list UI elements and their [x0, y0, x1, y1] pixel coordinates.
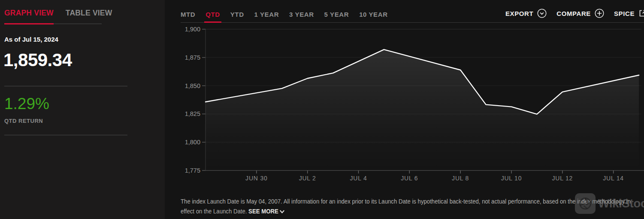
tab-table-view[interactable]: TABLE VIEW: [66, 9, 112, 24]
svg-text:1,850: 1,850: [185, 82, 200, 89]
index-performance-widget: GRAPH VIEW TABLE VIEW As of Jul 15, 2024…: [0, 0, 644, 219]
svg-text:JUL 2: JUL 2: [299, 175, 316, 182]
svg-text:1,875: 1,875: [185, 54, 200, 61]
chart-panel: MTD QTD YTD 1 YEAR 3 YEAR 5 YEAR 10 YEAR…: [165, 0, 644, 219]
svg-text:JUL 14: JUL 14: [603, 175, 624, 182]
index-level-value: 1,859.34: [3, 50, 72, 70]
svg-text:JUL 4: JUL 4: [350, 175, 367, 182]
chevron-down-icon: [279, 210, 284, 214]
svg-text:JUL 8: JUL 8: [452, 175, 469, 182]
qtd-return-value: 1.29%: [4, 95, 49, 113]
see-more-button[interactable]: SEE MORE: [248, 207, 285, 215]
svg-text:JUL 10: JUL 10: [501, 175, 522, 182]
divider: [4, 86, 127, 86]
summary-sidebar: GRAPH VIEW TABLE VIEW As of Jul 15, 2024…: [0, 0, 165, 219]
disclaimer-text: The index Launch Date is May 04, 2007. A…: [181, 196, 644, 216]
svg-text:JUL 12: JUL 12: [552, 175, 573, 182]
svg-text:JUN 30: JUN 30: [245, 175, 267, 182]
svg-text:1,900: 1,900: [185, 26, 200, 33]
tab-graph-view[interactable]: GRAPH VIEW: [4, 9, 54, 24]
view-mode-tabs: GRAPH VIEW TABLE VIEW: [4, 9, 102, 24]
index-line-chart[interactable]: 1,9001,8751,8501,8251,8001,775JUN 30JUL …: [165, 0, 644, 191]
svg-text:JUL 6: JUL 6: [401, 175, 418, 182]
as-of-date: As of Jul 15, 2024: [4, 36, 58, 43]
svg-text:1,800: 1,800: [185, 139, 200, 146]
svg-text:1,825: 1,825: [185, 110, 200, 117]
svg-text:1,775: 1,775: [185, 167, 200, 174]
divider: [4, 135, 127, 135]
qtd-return-label: QTD RETURN: [4, 118, 43, 124]
